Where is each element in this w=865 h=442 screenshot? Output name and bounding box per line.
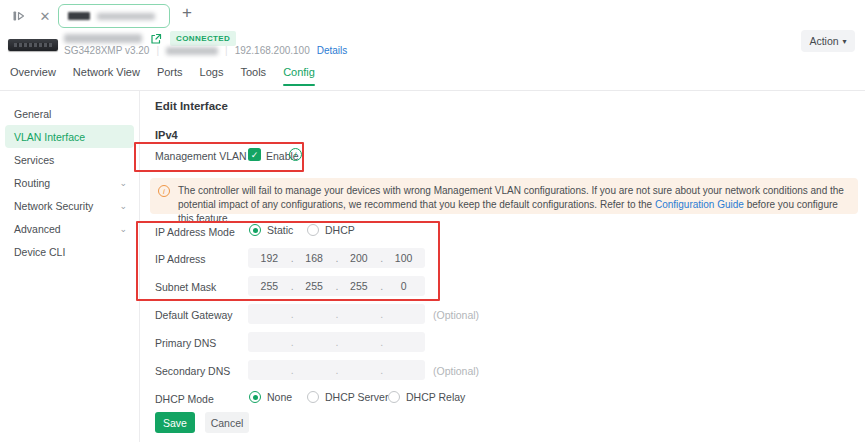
dhcp-mode-label: DHCP Mode — [155, 393, 214, 405]
primary-dns-input[interactable] — [248, 332, 425, 352]
device-name-row: CONNECTED — [64, 31, 236, 46]
radio-dhcp-label: DHCP — [325, 224, 355, 236]
radio-static-label: Static — [267, 224, 293, 236]
ip-octet-1[interactable]: 192 — [248, 252, 291, 264]
ip-octet-3[interactable]: 200 — [338, 252, 381, 264]
subnet-mask-label: Subnet Mask — [155, 281, 216, 293]
redacted-device-name — [64, 34, 142, 43]
configuration-guide-link[interactable]: Configuration Guide — [655, 199, 744, 210]
device-image — [8, 39, 58, 51]
sidebar-item-label: Routing — [14, 177, 50, 189]
expand-panel-glyph — [12, 9, 26, 23]
notice-banner: i The controller will fail to manage you… — [150, 178, 858, 214]
tab-tools[interactable]: Tools — [240, 66, 266, 86]
mask-octet-4[interactable]: 0 — [382, 280, 425, 292]
device-ip: 192.168.200.100 — [235, 45, 310, 56]
device-nav-tabs: Overview Network View Ports Logs Tools C… — [0, 66, 865, 91]
octet-separator — [291, 336, 293, 348]
ip-octet-2[interactable]: 168 — [293, 252, 336, 264]
tab-overview[interactable]: Overview — [10, 66, 56, 86]
tab-ports[interactable]: Ports — [157, 66, 183, 86]
sidebar-item-network-security[interactable]: Network Security ⌄ — [0, 194, 139, 217]
save-button[interactable]: Save — [155, 412, 195, 433]
mask-octet-1[interactable]: 255 — [248, 280, 291, 292]
octet-separator — [291, 364, 293, 376]
secondary-dns-optional-hint: (Optional) — [433, 365, 479, 377]
sidebar-item-advanced[interactable]: Advanced ⌄ — [0, 217, 139, 240]
radio-dhcp-server[interactable] — [307, 391, 319, 403]
close-tab-icon[interactable]: ✕ — [36, 7, 54, 25]
radio-none-label: None — [267, 391, 292, 403]
action-button-label: Action — [809, 35, 838, 47]
primary-dns-label: Primary DNS — [155, 337, 216, 349]
divider: | — [225, 45, 228, 56]
device-tab[interactable] — [58, 4, 170, 28]
add-tab-button[interactable]: + — [178, 4, 196, 22]
expand-panel-icon[interactable] — [10, 7, 28, 25]
status-badge: CONNECTED — [170, 31, 236, 46]
tab-network-view[interactable]: Network View — [73, 66, 140, 86]
octet-separator — [336, 336, 338, 348]
redacted-mac-address — [166, 47, 218, 55]
section-heading-ipv4: IPv4 — [155, 129, 178, 141]
management-vlan-label: Management VLAN — [155, 150, 247, 162]
radio-dhcp-server-label: DHCP Server — [325, 391, 388, 403]
ip-address-input[interactable]: 192168200100 — [248, 248, 425, 268]
default-gateway-input[interactable] — [248, 304, 425, 324]
sidebar-item-label: General — [14, 108, 51, 120]
radio-dhcp[interactable] — [307, 224, 319, 236]
details-link[interactable]: Details — [317, 45, 348, 56]
device-model: SG3428XMP v3.20 — [64, 45, 149, 56]
radio-dhcp-relay[interactable] — [388, 391, 400, 403]
radio-dhcp-relay-label: DHCP Relay — [406, 391, 465, 403]
action-button[interactable]: Action ▾ — [801, 30, 855, 52]
device-meta-row: SG3428XMP v3.20 | | 192.168.200.100 Deta… — [64, 45, 347, 56]
divider: | — [156, 45, 159, 56]
cancel-button[interactable]: Cancel — [205, 412, 249, 433]
secondary-dns-input[interactable] — [248, 360, 425, 380]
radio-option-static[interactable]: Static — [249, 224, 293, 236]
sidebar-item-label: Device CLI — [14, 246, 65, 258]
octet-separator — [380, 364, 382, 376]
ip-address-mode-label: IP Address Mode — [155, 226, 235, 238]
chevron-down-icon: ⌄ — [119, 224, 127, 234]
sidebar-item-general[interactable]: General — [0, 102, 139, 125]
tab-config[interactable]: Config — [283, 66, 315, 86]
ip-address-label: IP Address — [155, 253, 206, 265]
config-sidebar: General VLAN Interface Services Routing … — [0, 91, 140, 442]
open-external-icon[interactable] — [150, 33, 162, 45]
management-vlan-enable-checkbox[interactable]: ✓ — [248, 148, 261, 161]
radio-option-none[interactable]: None — [249, 391, 292, 403]
tab-logs[interactable]: Logs — [200, 66, 224, 86]
sidebar-item-routing[interactable]: Routing ⌄ — [0, 171, 139, 194]
page-title: Edit Interface — [155, 100, 228, 112]
chevron-down-icon: ⌄ — [119, 201, 127, 211]
radio-none[interactable] — [249, 391, 261, 403]
octet-separator — [380, 336, 382, 348]
octet-separator — [336, 308, 338, 320]
sidebar-item-services[interactable]: Services — [0, 148, 139, 171]
chevron-down-icon: ⌄ — [119, 178, 127, 188]
info-icon[interactable]: i — [289, 148, 302, 161]
radio-option-dhcp-server[interactable]: DHCP Server — [307, 391, 388, 403]
subnet-mask-input[interactable]: 2552552550 — [248, 276, 425, 296]
redacted-device-name — [97, 13, 155, 20]
sidebar-item-label: Advanced — [14, 223, 61, 235]
sidebar-item-label: VLAN Interface — [14, 131, 85, 143]
octet-separator — [380, 308, 382, 320]
mask-octet-3[interactable]: 255 — [338, 280, 381, 292]
mask-octet-2[interactable]: 255 — [293, 280, 336, 292]
octet-separator — [336, 364, 338, 376]
radio-static[interactable] — [249, 224, 261, 236]
ip-octet-4[interactable]: 100 — [382, 252, 425, 264]
default-gateway-label: Default Gateway — [155, 309, 233, 321]
notice-text: The controller will fail to manage your … — [178, 184, 848, 226]
radio-option-dhcp[interactable]: DHCP — [307, 224, 355, 236]
secondary-dns-label: Secondary DNS — [155, 365, 230, 377]
sidebar-item-vlan-interface[interactable]: VLAN Interface — [5, 125, 134, 148]
sidebar-item-device-cli[interactable]: Device CLI — [0, 240, 139, 263]
sidebar-item-label: Network Security — [14, 200, 93, 212]
device-thumbnail-mini — [68, 12, 90, 20]
radio-option-dhcp-relay[interactable]: DHCP Relay — [388, 391, 465, 403]
sidebar-item-label: Services — [14, 154, 54, 166]
